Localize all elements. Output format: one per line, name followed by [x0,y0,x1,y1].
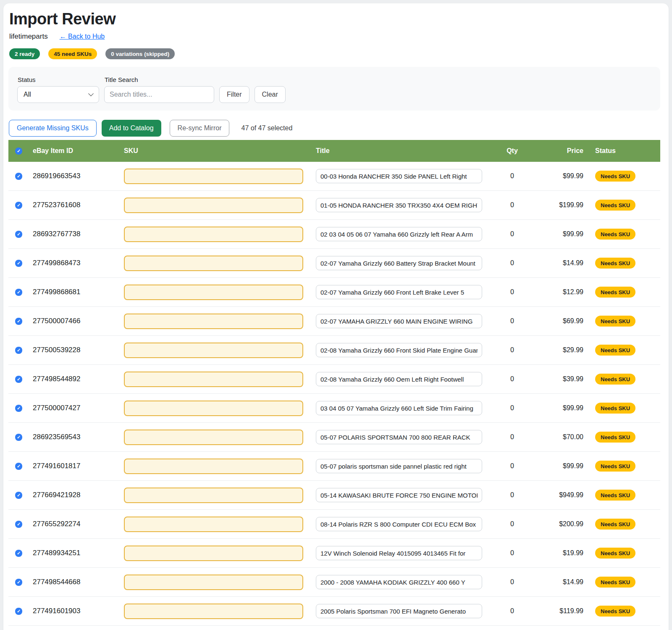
sku-input[interactable] [124,227,303,242]
row-checkbox[interactable]: ✓ [15,521,22,528]
row-item-id: 277491601817 [33,462,80,470]
title-input[interactable] [316,169,482,183]
row-price: $70.00 [563,433,583,441]
row-price: $949.99 [559,491,583,499]
row-item-id: 277655292274 [33,520,80,528]
title-input[interactable] [316,488,482,502]
title-input[interactable] [316,546,482,560]
row-price: $99.99 [563,462,583,470]
sku-input[interactable] [124,198,303,213]
title-input[interactable] [316,343,482,357]
sku-input[interactable] [124,372,303,387]
table-row: ✓ 277655292274 0 $200.99 Needs SKU [8,510,660,539]
bulk-actions-bar: Generate Missing SKUs Add to Catalog Re-… [9,120,664,137]
row-item-id: 286932767738 [33,230,80,238]
row-checkbox[interactable]: ✓ [15,608,22,615]
row-item-id: 277500007466 [33,317,80,325]
row-price: $14.99 [563,259,583,267]
title-input[interactable] [316,314,482,328]
title-input[interactable] [316,372,482,386]
row-checkbox[interactable]: ✓ [15,347,22,354]
table-row: ✓ 277491601903 0 $119.99 Needs SKU [8,597,660,626]
resync-mirror-button[interactable]: Re-sync Mirror [170,120,230,137]
row-price: $199.99 [559,201,583,209]
row-qty: 0 [510,259,514,267]
row-item-id: 277489934251 [33,549,80,557]
select-all-checkbox[interactable]: ✓ [15,148,22,155]
row-checkbox[interactable]: ✓ [15,550,22,557]
status-select[interactable]: All [17,86,99,103]
sku-input[interactable] [124,488,303,503]
sku-input[interactable] [124,575,303,590]
row-checkbox[interactable]: ✓ [15,231,22,238]
sku-input[interactable] [124,430,303,445]
sku-input[interactable] [124,314,303,329]
sku-input[interactable] [124,169,303,184]
row-checkbox[interactable]: ✓ [15,260,22,267]
back-to-hub-link[interactable]: ← Back to Hub [60,33,105,40]
table-row: ✓ 277500007466 0 $69.99 Needs SKU [8,307,660,336]
title-input[interactable] [316,198,482,212]
title-input[interactable] [316,517,482,531]
row-checkbox[interactable]: ✓ [15,579,22,586]
sku-input[interactable] [124,343,303,358]
filter-button[interactable]: Filter [219,86,249,103]
row-qty: 0 [510,288,514,296]
sku-input[interactable] [124,517,303,532]
sku-input[interactable] [124,459,303,474]
selection-count: 47 of 47 selected [241,124,292,132]
row-qty: 0 [510,462,514,470]
sku-input[interactable] [124,546,303,561]
title-input[interactable] [316,575,482,589]
status-badge: Needs SKU [595,548,635,559]
sku-input[interactable] [124,256,303,271]
row-checkbox[interactable]: ✓ [15,202,22,209]
need-skus-count-badge: 45 need SKUs [48,48,97,59]
status-badge: Needs SKU [595,461,635,472]
status-label: Status [18,76,99,83]
row-item-id: 286923569543 [33,433,80,441]
breadcrumb: lifetimeparts ← Back to Hub [9,32,664,41]
status-badge: Needs SKU [595,374,635,385]
row-checkbox[interactable]: ✓ [15,318,22,325]
add-to-catalog-button[interactable]: Add to Catalog [102,120,161,137]
status-badge: Needs SKU [595,345,635,356]
sku-input[interactable] [124,401,303,416]
row-checkbox[interactable]: ✓ [15,492,22,499]
table-row: ✓ 277498544892 0 $39.99 Needs SKU [8,365,660,394]
row-item-id: 277669421928 [33,491,80,499]
sku-input[interactable] [124,285,303,300]
generate-missing-skus-button[interactable]: Generate Missing SKUs [9,120,97,137]
row-item-id: 277500539228 [33,346,80,354]
table-row: ✓ 286919663543 0 $99.99 Needs SKU [8,162,660,191]
title-input[interactable] [316,604,482,618]
row-qty: 0 [510,172,514,180]
row-item-id: 277498544668 [33,578,80,586]
row-checkbox[interactable]: ✓ [15,463,22,470]
table-row: ✓ 277669421928 0 $949.99 Needs SKU [8,481,660,510]
row-checkbox[interactable]: ✓ [15,173,22,180]
title-input[interactable] [316,285,482,299]
title-input[interactable] [316,459,482,473]
page-title: Import Review [9,10,664,28]
row-checkbox[interactable]: ✓ [15,405,22,412]
title-input[interactable] [316,401,482,415]
title-input[interactable] [316,227,482,241]
row-price: $39.99 [563,375,583,383]
row-checkbox[interactable]: ✓ [15,289,22,296]
title-input[interactable] [316,430,482,444]
row-item-id: 286919663543 [33,172,80,180]
row-checkbox[interactable]: ✓ [15,434,22,441]
title-input[interactable] [316,256,482,270]
table-header-row: ✓ eBay Item ID SKU Title Qty Price Statu… [8,140,660,162]
table-row: ✓ 277500539228 0 $29.99 Needs SKU [8,336,660,365]
row-checkbox[interactable]: ✓ [15,376,22,383]
header-title: Title [316,147,492,155]
clear-button[interactable]: Clear [255,86,286,103]
status-badge: Needs SKU [595,316,635,327]
sku-input[interactable] [124,604,303,619]
title-search-input[interactable] [104,86,214,103]
row-qty: 0 [510,549,514,557]
table-row: ✓ 277489934251 0 $19.99 Needs SKU [8,539,660,568]
status-badge: Needs SKU [595,432,635,443]
